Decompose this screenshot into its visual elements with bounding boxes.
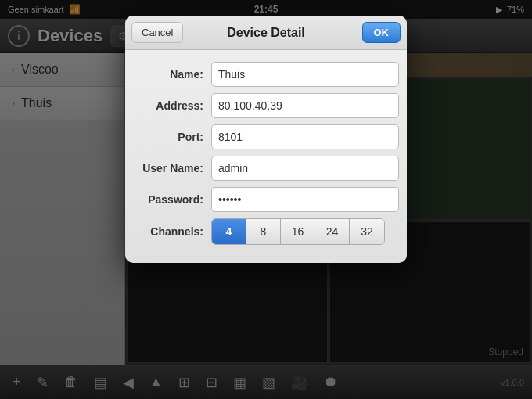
- channel-16-button[interactable]: 16: [281, 219, 315, 244]
- password-row: Password:: [125, 187, 407, 212]
- username-input[interactable]: [211, 156, 399, 181]
- name-row: Name:: [125, 62, 407, 87]
- channel-24-button[interactable]: 24: [315, 219, 350, 244]
- modal-body: Name: Address: Port: User Name: Password…: [125, 50, 407, 263]
- name-label: Name:: [133, 68, 203, 81]
- address-label: Address:: [133, 99, 203, 112]
- channel-4-button[interactable]: 4: [212, 219, 246, 244]
- ok-button[interactable]: OK: [362, 22, 401, 43]
- address-row: Address:: [125, 93, 407, 118]
- modal-header: Cancel Device Detail OK: [125, 16, 407, 50]
- channel-8-button[interactable]: 8: [246, 219, 281, 244]
- modal-title: Device Detail: [227, 26, 305, 40]
- channels-label: Channels:: [133, 225, 203, 238]
- username-label: User Name:: [133, 162, 203, 174]
- password-input[interactable]: [211, 187, 399, 212]
- cancel-button[interactable]: Cancel: [131, 22, 183, 43]
- modal-overlay: Cancel Device Detail OK Name: Address: P…: [0, 0, 532, 399]
- name-input[interactable]: [211, 62, 399, 87]
- port-label: Port:: [133, 131, 203, 143]
- channel-selector: 4 8 16 24 32: [211, 218, 385, 245]
- port-row: Port:: [125, 124, 407, 149]
- channel-32-button[interactable]: 32: [350, 219, 384, 244]
- device-detail-modal: Cancel Device Detail OK Name: Address: P…: [125, 16, 407, 263]
- username-row: User Name:: [125, 156, 407, 181]
- channels-row: Channels: 4 8 16 24 32: [125, 218, 407, 245]
- port-input[interactable]: [211, 124, 399, 149]
- password-label: Password:: [133, 193, 203, 206]
- address-input[interactable]: [211, 93, 399, 118]
